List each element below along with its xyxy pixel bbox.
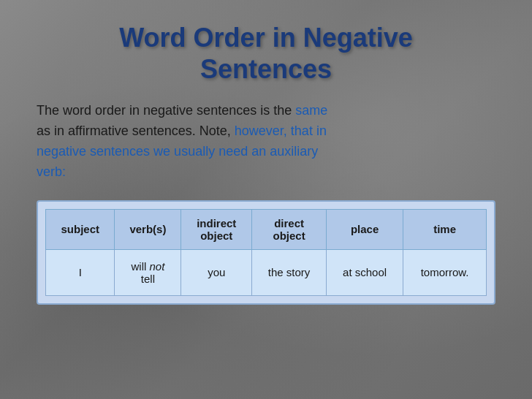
word-order-table-container: subject verb(s) indirectobject directobj… — [37, 200, 495, 305]
body-text-start: The word order in negative sentences is … — [37, 103, 295, 118]
verb-will: will — [131, 260, 146, 273]
cell-time: tomorrow. — [403, 249, 487, 295]
cell-direct-object: the story — [252, 249, 327, 295]
cell-indirect-object: you — [181, 249, 252, 295]
col-header-indirect-object: indirectobject — [181, 209, 252, 249]
table-row: I will not tell you the story at school … — [46, 249, 487, 295]
verb-tell: tell — [141, 273, 155, 285]
verb-not: not — [149, 260, 164, 273]
col-header-verb: verb(s) — [115, 209, 181, 249]
slide-title: Word Order in Negative Sentences — [37, 22, 495, 85]
slide-background: Word Order in Negative Sentences The wor… — [0, 0, 532, 399]
body-highlight-same: same — [295, 103, 327, 118]
body-highlight-negative: negative sentences we usually — [37, 144, 218, 159]
col-header-subject: subject — [46, 209, 115, 249]
title-line1: Word Order in Negative — [119, 23, 412, 53]
cell-verb: will not tell — [115, 249, 181, 295]
body-highlight-verb: verb: — [37, 164, 66, 179]
cell-place: at school — [326, 249, 403, 295]
body-paragraph: The word order in negative sentences is … — [37, 101, 495, 183]
table-header-row: subject verb(s) indirectobject directobj… — [46, 209, 487, 249]
body-highlight-however: however, that in — [235, 123, 327, 138]
word-order-table: subject verb(s) indirectobject directobj… — [45, 209, 487, 296]
body-highlight-need: need an auxiliary — [218, 144, 318, 159]
title-line2: Sentences — [200, 54, 332, 84]
col-header-direct-object: directobject — [252, 209, 327, 249]
cell-subject: I — [46, 249, 115, 295]
col-header-place: place — [326, 209, 403, 249]
col-header-time: time — [403, 209, 487, 249]
body-text-affirmative: as in affirmative sentences. Note, — [37, 123, 235, 138]
